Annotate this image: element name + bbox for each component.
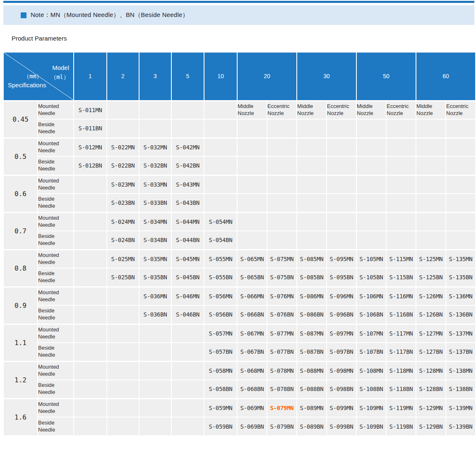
model-code-cell: S-129MN [416, 398, 446, 417]
empty-cell [356, 119, 386, 138]
empty-cell [386, 138, 416, 156]
model-code-cell: S-059MN [204, 398, 237, 417]
table-row: Beside NeedleS-059BNS-069BNS-079BNS-089B… [3, 417, 476, 436]
model-code-cell: S-089BN [297, 417, 327, 436]
empty-cell [356, 175, 386, 194]
empty-cell [446, 212, 476, 231]
corner-header-cell: Model （ml） （mm） Specifications [3, 52, 74, 101]
note-text: Note：MN（Mounted Needle）、BN（Beside Needle… [31, 11, 189, 19]
model-code-cell: S-042BN [171, 156, 204, 175]
model-code-cell: S-068MN [237, 361, 267, 380]
model-code-cell: S-128MN [416, 361, 446, 380]
empty-cell [74, 380, 107, 398]
empty-cell [139, 324, 171, 343]
model-code-cell: S-043BN [171, 194, 204, 212]
empty-cell [327, 231, 356, 249]
empty-cell [416, 156, 446, 175]
table-row: 0.5Mounted NeedleS-012MNS-022MNS-032MNS-… [3, 138, 476, 156]
mounted-needle-label: Mounted Needle [38, 175, 74, 194]
empty-cell [416, 194, 446, 212]
empty-cell [204, 156, 237, 175]
empty-cell [386, 212, 416, 231]
model-code-cell: S-087MN [297, 324, 327, 343]
model-code-cell: S-066BN [237, 305, 267, 324]
model-code-cell: S-043MN [171, 175, 204, 194]
empty-cell [386, 175, 416, 194]
empty-cell [267, 119, 297, 138]
model-code-cell: S-096MN [327, 287, 356, 305]
empty-cell [74, 231, 107, 249]
model-code-cell: S-055MN [204, 249, 237, 268]
empty-cell [171, 380, 204, 398]
model-code-cell: S-125MN [416, 249, 446, 268]
model-code-cell: S-126BN [416, 305, 446, 324]
model-code-cell: S-077BN [267, 343, 297, 361]
model-code-cell: S-065BN [237, 268, 267, 287]
model-code-cell: S-055BN [204, 268, 237, 287]
model-code-cell: S-034MN [139, 212, 171, 231]
model-code-cell: S-135BN [446, 268, 476, 287]
model-code-cell: S-107MN [356, 324, 386, 343]
table-row: Beside NeedleS-036BNS-046BNS-056BNS-066B… [3, 305, 476, 324]
empty-cell [74, 305, 107, 324]
highlighted-model-code[interactable]: S-079MN [267, 398, 297, 417]
empty-cell [446, 119, 476, 138]
eccentric-nozzle-header: Eccentric Nozzle [386, 101, 416, 119]
model-code-cell: S-116MN [386, 287, 416, 305]
model-code-cell: S-116BN [386, 305, 416, 324]
model-code-cell: S-024MN [107, 212, 139, 231]
model-code-cell: S-088BN [297, 380, 327, 398]
mounted-needle-label: Mounted Needle [38, 138, 74, 156]
empty-cell [107, 361, 139, 380]
empty-cell [356, 231, 386, 249]
table-row: Beside NeedleS-023BNS-033BNS-043BN [3, 194, 476, 212]
model-code-cell: S-137MN [446, 324, 476, 343]
model-code-cell: S-126MN [416, 287, 446, 305]
table-header-row: Model （ml） （mm） Specifications 1 2 3 5 1… [3, 52, 476, 101]
model-code-cell: S-059BN [204, 417, 237, 436]
empty-cell [237, 138, 267, 156]
model-code-cell: S-036BN [139, 305, 171, 324]
empty-cell [327, 175, 356, 194]
empty-cell [204, 138, 237, 156]
model-code-cell: S-098MN [327, 361, 356, 380]
empty-cell [327, 119, 356, 138]
column-header-2: 2 [107, 52, 139, 101]
model-code-cell: S-117BN [386, 343, 416, 361]
empty-cell [171, 324, 204, 343]
model-code-cell: S-044MN [171, 212, 204, 231]
empty-cell [139, 417, 171, 436]
table-row: Beside NeedleS-058BNS-068BNS-078BNS-088B… [3, 380, 476, 398]
empty-cell [446, 138, 476, 156]
model-code-cell: S-117MN [386, 324, 416, 343]
model-code-cell: S-109MN [356, 398, 386, 417]
empty-cell [267, 138, 297, 156]
eccentric-nozzle-header: Eccentric Nozzle [327, 101, 356, 119]
model-code-cell: S-023BN [107, 194, 139, 212]
model-code-cell: S-032BN [139, 156, 171, 175]
model-code-cell: S-096BN [327, 305, 356, 324]
spec-value: 0.45 [3, 101, 38, 138]
model-code-cell: S-033BN [139, 194, 171, 212]
empty-cell [237, 231, 267, 249]
empty-cell [237, 194, 267, 212]
empty-cell [416, 231, 446, 249]
model-code-cell: S-137BN [446, 343, 476, 361]
model-code-cell: S-095BN [327, 268, 356, 287]
column-header-60: 60 [416, 52, 476, 101]
model-code-cell: S-011MN [74, 101, 107, 119]
empty-cell [139, 361, 171, 380]
table-row: 1.6Mounted NeedleS-059MNS-069MNS-079MNS-… [3, 398, 476, 417]
empty-cell [74, 212, 107, 231]
empty-cell [107, 305, 139, 324]
mounted-needle-label: Mounted Needle [38, 361, 74, 380]
empty-cell [171, 119, 204, 138]
empty-cell [74, 361, 107, 380]
table-row: Beside NeedleS-057BNS-067BNS-077BNS-087B… [3, 343, 476, 361]
beside-needle-label: Beside Needle [38, 231, 74, 249]
model-code-cell: S-099BN [327, 417, 356, 436]
model-code-cell: S-069MN [237, 398, 267, 417]
model-code-cell: S-119MN [386, 398, 416, 417]
model-code-cell: S-069BN [237, 417, 267, 436]
model-code-cell: S-088MN [297, 361, 327, 380]
